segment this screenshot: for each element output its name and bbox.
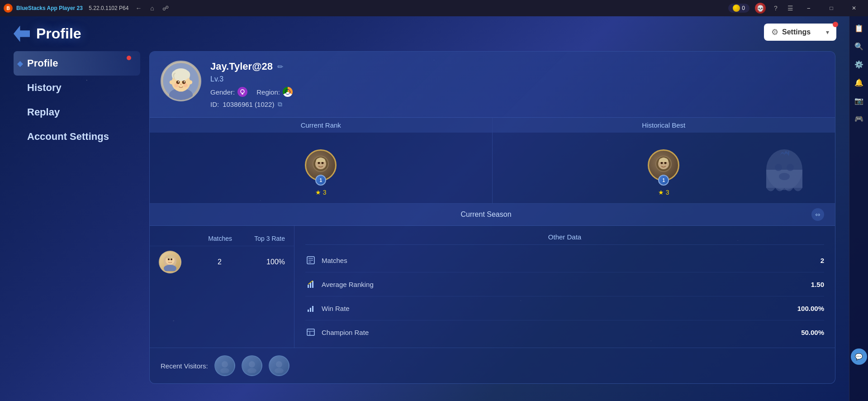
- gender-region-row: Gender: Region:: [210, 87, 824, 97]
- data-row-win-rate: Win Rate 100.00%: [305, 296, 824, 320]
- svg-point-26: [664, 162, 667, 164]
- app-title: BlueStacks App Player 23 5.22.0.1102 P64: [16, 5, 128, 11]
- svg-point-10: [170, 80, 174, 84]
- rs-icon-4[interactable]: 📷: [851, 92, 867, 109]
- historical-rank-badge: 1: [658, 175, 669, 186]
- back-nav-btn[interactable]: ←: [132, 4, 145, 13]
- main-area: Profile Profile History Replay Account S…: [0, 16, 849, 401]
- page-header: Profile: [14, 25, 835, 42]
- copy-icon[interactable]: ⧉: [278, 100, 282, 108]
- home-nav-btn[interactable]: ⌂: [146, 4, 158, 13]
- champion-rate-icon: [305, 327, 316, 338]
- visitor-avatar-1[interactable]: [214, 355, 235, 376]
- current-rank-emblem: 1: [303, 147, 339, 183]
- coin-amount: 0: [742, 5, 745, 11]
- username: Jay.Tyler@28: [210, 61, 273, 72]
- visitor-avatar-3[interactable]: [269, 355, 289, 376]
- edit-icon[interactable]: ✏: [277, 62, 283, 71]
- coin-icon: [733, 5, 740, 12]
- content-layout: Profile History Replay Account Settings: [14, 51, 835, 384]
- matches-data-icon: [305, 255, 316, 266]
- svg-point-31: [164, 265, 176, 271]
- historical-rank-emblem: 1: [645, 147, 682, 183]
- svg-point-45: [222, 361, 228, 368]
- data-row-avg-ranking: Average Ranking 1.50: [305, 272, 824, 296]
- svg-rect-40: [310, 308, 311, 312]
- svg-point-25: [661, 162, 663, 164]
- stats-title: Current Season: [161, 210, 811, 219]
- id-label: ID:: [210, 100, 219, 108]
- bookmark-nav-btn[interactable]: ☍: [159, 4, 172, 13]
- left-nav: Profile History Replay Account Settings: [14, 51, 140, 384]
- current-rank-stars: ★ 3: [315, 189, 327, 196]
- svg-point-54: [787, 164, 794, 171]
- svg-point-55: [779, 173, 790, 180]
- visitors-section: Recent Visitors:: [150, 348, 835, 383]
- skull-icon: 💀: [755, 3, 766, 14]
- nav-item-replay[interactable]: Replay: [14, 100, 140, 124]
- win-rate-icon: [305, 303, 316, 314]
- current-rank-content: 1 ★ 3: [161, 140, 481, 196]
- champion-rate-label: Champion Rate: [322, 329, 801, 336]
- svg-point-21: [322, 162, 324, 164]
- avatar-container: [161, 61, 201, 101]
- rs-icon-3[interactable]: 🔔: [851, 74, 867, 91]
- nav-item-history[interactable]: History: [14, 76, 140, 100]
- nav-item-account-settings[interactable]: Account Settings: [14, 124, 140, 149]
- region-label: Region:: [256, 88, 280, 96]
- expand-icon[interactable]: ⇔: [811, 208, 824, 221]
- chat-icon[interactable]: 💬: [851, 348, 867, 365]
- svg-point-49: [276, 361, 282, 368]
- stats-top3-val: 100%: [253, 258, 285, 266]
- level: Lv.3: [210, 75, 824, 83]
- top3-header: Top 3 Rate: [254, 235, 285, 242]
- svg-rect-42: [307, 329, 314, 335]
- id-value: 10386961 (1022): [223, 100, 274, 108]
- stats-left-header: Matches Top 3 Rate: [150, 231, 294, 246]
- win-rate-label: Win Rate: [322, 305, 797, 312]
- current-rank-col: Current Rank: [150, 118, 493, 203]
- page-title: Profile: [36, 25, 81, 42]
- close-btn[interactable]: ✕: [844, 0, 864, 16]
- svg-point-7: [178, 81, 179, 82]
- profile-red-dot: [127, 56, 131, 60]
- avatar: [161, 61, 201, 101]
- visitor-avatar-2[interactable]: [242, 355, 262, 376]
- stats-body: Matches Top 3 Rate: [150, 226, 835, 348]
- rs-icon-5[interactable]: 🎮: [851, 110, 867, 127]
- matches-header: Matches: [186, 235, 254, 242]
- app-logo: B: [4, 4, 13, 13]
- current-rank-badge: 1: [315, 175, 326, 186]
- maximize-btn[interactable]: □: [821, 0, 842, 16]
- data-row-matches: Matches 2: [305, 248, 824, 272]
- minimize-btn[interactable]: ‒: [798, 0, 819, 16]
- svg-point-11: [188, 80, 192, 84]
- svg-point-12: [174, 83, 178, 87]
- rs-icon-0[interactable]: 📋: [851, 20, 867, 36]
- win-rate-value: 100.00%: [797, 305, 824, 312]
- title-bar: B BlueStacks App Player 23 5.22.0.1102 P…: [0, 0, 868, 16]
- rs-icon-2[interactable]: ⚙️: [851, 56, 867, 72]
- data-row-champion-rate: Champion Rate 50.00%: [305, 320, 824, 344]
- svg-point-30: [171, 258, 172, 260]
- title-nav: ← ⌂ ☍: [132, 4, 172, 13]
- profile-info: Jay.Tyler@28 ✏ Lv.3 Gender:: [210, 61, 824, 108]
- help-btn[interactable]: ?: [769, 4, 782, 13]
- back-arrow-icon[interactable]: [14, 26, 30, 42]
- gender-badge: [237, 87, 247, 97]
- historical-rank-stars: ★ 3: [658, 189, 669, 196]
- nav-item-profile[interactable]: Profile: [14, 51, 140, 76]
- character-avatar: [159, 251, 181, 273]
- svg-point-47: [249, 361, 255, 368]
- svg-point-14: [241, 90, 244, 93]
- svg-point-29: [168, 258, 170, 260]
- right-sidebar: 📋 🔍 ⚙️ 🔔 📷 🎮 💬: [849, 16, 868, 401]
- matches-data-value: 2: [821, 257, 824, 264]
- stats-right: Other Data Matches: [294, 226, 835, 348]
- menu-btn[interactable]: ☰: [784, 4, 797, 13]
- stats-matches-val: 2: [186, 258, 253, 266]
- svg-point-9: [180, 84, 182, 85]
- rs-icon-1[interactable]: 🔍: [851, 38, 867, 54]
- gender-item: Gender:: [210, 87, 247, 97]
- avg-ranking-value: 1.50: [811, 281, 824, 288]
